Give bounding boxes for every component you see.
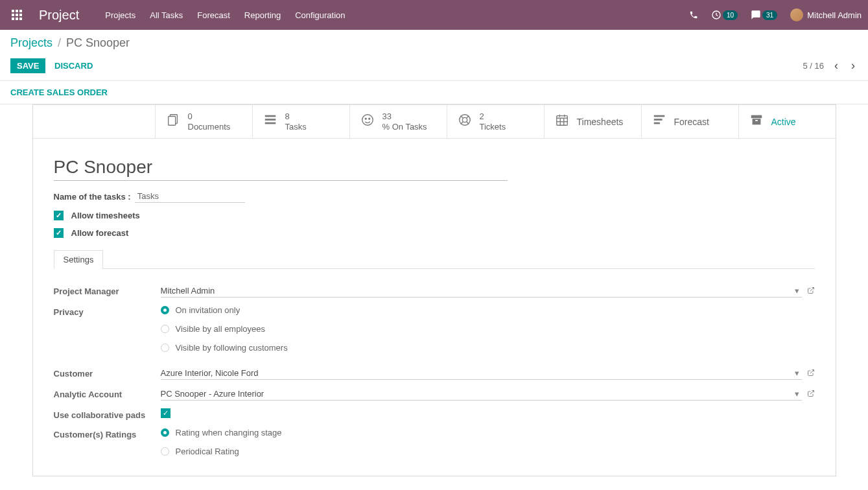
nav-menu: Projects All Tasks Forecast Reporting Co… bbox=[105, 10, 689, 20]
breadcrumb-current: PC Snooper bbox=[66, 36, 130, 50]
allow-forecast-row: ✓ Allow forecast bbox=[54, 228, 815, 238]
stat-active-label: Active bbox=[771, 117, 796, 127]
nav-projects[interactable]: Projects bbox=[105, 10, 135, 20]
settings-panel: Project Manager Mitchell Admin ▾ Privacy bbox=[54, 281, 815, 460]
activity-icon[interactable]: 10 bbox=[711, 10, 738, 20]
dropdown-icon[interactable]: ▾ bbox=[795, 389, 799, 399]
privacy-opt-2: Visible by following customers bbox=[176, 343, 288, 353]
svg-rect-34 bbox=[751, 115, 762, 118]
stat-tickets-value: 2 bbox=[480, 111, 506, 122]
svg-line-37 bbox=[810, 287, 814, 291]
privacy-option-customers[interactable]: Visible by following customers bbox=[161, 343, 288, 353]
dropdown-icon[interactable]: ▾ bbox=[795, 368, 799, 378]
stat-documents[interactable]: 0 Documents bbox=[155, 105, 252, 138]
stat-timesheets[interactable]: Timesheets bbox=[544, 105, 641, 138]
phone-icon[interactable] bbox=[689, 10, 698, 19]
activity-badge: 10 bbox=[723, 10, 738, 20]
radio-off-icon bbox=[161, 344, 169, 352]
dropdown-icon[interactable]: ▾ bbox=[795, 286, 799, 296]
customer-label: Customer bbox=[54, 367, 161, 379]
stat-tickets[interactable]: 2 Tickets bbox=[447, 105, 544, 138]
stat-on-tasks[interactable]: 33 % On Tasks bbox=[349, 105, 447, 138]
stat-documents-value: 0 bbox=[188, 111, 231, 122]
ratings-option-stage[interactable]: Rating when changing stage bbox=[161, 428, 282, 438]
tasks-name-input[interactable] bbox=[135, 190, 245, 203]
svg-rect-7 bbox=[16, 18, 18, 20]
field-customer-ratings: Customer(s) Ratings Rating when changing… bbox=[54, 424, 815, 460]
field-customer: Customer Azure Interior, Nicole Ford ▾ bbox=[54, 363, 815, 384]
customer-input[interactable]: Azure Interior, Nicole Ford ▾ bbox=[161, 367, 802, 380]
svg-rect-33 bbox=[653, 122, 659, 124]
tab-settings[interactable]: Settings bbox=[54, 250, 104, 269]
svg-rect-36 bbox=[755, 120, 758, 121]
discuss-icon[interactable]: 31 bbox=[751, 10, 777, 20]
field-analytic-account: Analytic Account PC Snooper - Azure Inte… bbox=[54, 384, 815, 404]
field-privacy: Privacy On invitation only Visible by al… bbox=[54, 301, 815, 356]
form-sheet: 0 Documents 8 Tasks 33 % On Tasks bbox=[32, 104, 836, 476]
save-button[interactable]: SAVE bbox=[10, 58, 45, 73]
pads-label: Use collaborative pads bbox=[54, 408, 161, 420]
analytic-value: PC Snooper - Azure Interior bbox=[161, 389, 792, 399]
pager-prev-icon[interactable]: ‹ bbox=[832, 56, 841, 75]
apps-menu-icon[interactable] bbox=[6, 5, 27, 25]
pads-checkbox[interactable]: ✓ bbox=[161, 408, 170, 418]
svg-rect-4 bbox=[16, 14, 18, 16]
radio-on-icon bbox=[161, 306, 169, 314]
documents-icon bbox=[165, 113, 182, 131]
nav-forecast[interactable]: Forecast bbox=[197, 10, 230, 20]
project-name-input[interactable] bbox=[54, 154, 508, 181]
app-header: Project Projects All Tasks Forecast Repo… bbox=[0, 0, 868, 30]
svg-line-38 bbox=[810, 369, 814, 373]
svg-line-23 bbox=[466, 121, 469, 124]
svg-line-21 bbox=[466, 115, 469, 118]
stat-tasks-value: 8 bbox=[285, 111, 307, 122]
ratings-opt-0: Rating when changing stage bbox=[176, 428, 282, 438]
nav-all-tasks[interactable]: All Tasks bbox=[150, 10, 183, 20]
stat-forecast[interactable]: Forecast bbox=[641, 105, 738, 138]
nav-configuration[interactable]: Configuration bbox=[295, 10, 345, 20]
stat-tickets-label: Tickets bbox=[480, 122, 506, 132]
stat-active[interactable]: Active bbox=[738, 105, 836, 138]
stat-on-tasks-label: % On Tasks bbox=[382, 122, 427, 132]
privacy-label: Privacy bbox=[54, 305, 161, 317]
radio-off-icon bbox=[161, 447, 169, 456]
pm-input[interactable]: Mitchell Admin ▾ bbox=[161, 285, 802, 298]
privacy-option-employees[interactable]: Visible by all employees bbox=[161, 324, 288, 334]
allow-timesheets-checkbox[interactable]: ✓ bbox=[54, 211, 64, 220]
user-menu[interactable]: Mitchell Admin bbox=[790, 8, 862, 21]
svg-rect-32 bbox=[653, 119, 662, 121]
nav-reporting[interactable]: Reporting bbox=[244, 10, 281, 20]
svg-rect-2 bbox=[19, 10, 22, 12]
discard-button[interactable]: DISCARD bbox=[48, 58, 99, 73]
privacy-option-invitation[interactable]: On invitation only bbox=[161, 305, 288, 315]
action-bar: CREATE SALES ORDER bbox=[0, 80, 868, 104]
svg-rect-35 bbox=[752, 119, 760, 124]
pager-next-icon[interactable]: › bbox=[849, 56, 858, 75]
tasks-icon bbox=[262, 113, 279, 131]
external-link-icon[interactable] bbox=[807, 369, 815, 379]
ratings-option-periodical[interactable]: Periodical Rating bbox=[161, 447, 282, 456]
avatar bbox=[790, 8, 803, 21]
radio-on-icon bbox=[161, 428, 169, 437]
analytic-label: Analytic Account bbox=[54, 388, 161, 399]
discuss-badge: 31 bbox=[762, 10, 777, 20]
sheet-body: Name of the tasks : ✓ Allow timesheets ✓… bbox=[33, 139, 836, 476]
tabs: Settings bbox=[54, 250, 815, 269]
allow-forecast-checkbox[interactable]: ✓ bbox=[54, 228, 64, 238]
external-link-icon[interactable] bbox=[807, 286, 815, 296]
create-sales-order-button[interactable]: CREATE SALES ORDER bbox=[10, 88, 108, 97]
analytic-input[interactable]: PC Snooper - Azure Interior ▾ bbox=[161, 388, 802, 401]
svg-point-17 bbox=[368, 118, 369, 119]
stat-timesheets-label: Timesheets bbox=[577, 117, 624, 127]
app-brand[interactable]: Project bbox=[39, 8, 79, 23]
svg-point-19 bbox=[462, 117, 467, 122]
svg-rect-0 bbox=[12, 10, 14, 12]
stat-tasks[interactable]: 8 Tasks bbox=[252, 105, 349, 138]
svg-rect-6 bbox=[12, 18, 14, 20]
svg-line-39 bbox=[810, 390, 814, 394]
svg-rect-14 bbox=[264, 122, 276, 124]
breadcrumb-projects[interactable]: Projects bbox=[10, 36, 53, 50]
external-link-icon[interactable] bbox=[807, 390, 815, 399]
pm-label: Project Manager bbox=[54, 285, 161, 296]
stat-documents-label: Documents bbox=[188, 122, 231, 132]
